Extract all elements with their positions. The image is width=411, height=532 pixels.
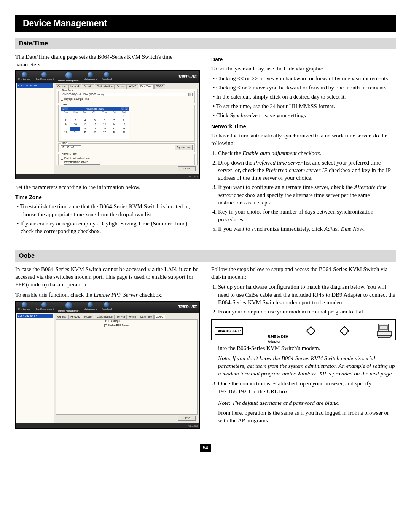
fieldset-timezone: Time Zone (GMT-06:00)CentralTime(US/Cana… <box>58 91 195 103</box>
ss-nav: Port Access User Management Device Manag… <box>18 302 112 312</box>
oobc-p3: From here, operation is the same as if y… <box>218 409 396 425</box>
tab-general[interactable]: General <box>56 84 68 89</box>
ss-main: General Network Security Customization S… <box>54 83 199 174</box>
dst-checkbox-row[interactable]: Daylight Savings Time <box>61 97 193 101</box>
checkbox-icon[interactable] <box>61 98 63 101</box>
nav-maintenance[interactable]: Maintenance <box>84 72 97 82</box>
tab-network[interactable]: Network <box>68 84 81 89</box>
tab-customization[interactable]: Customization <box>95 315 114 319</box>
ss-nav: Port Access User Management Device Manag… <box>18 72 112 82</box>
tab-service[interactable]: Service <box>115 84 127 89</box>
section-heading-oobc: Oobc <box>15 250 396 262</box>
nav-user-management[interactable]: User Management <box>35 72 54 82</box>
oobc-right-intro: Follow the steps below to setup and acce… <box>211 265 396 281</box>
oobc-note1: Note: If you don't know the B064-Series … <box>218 355 396 378</box>
cal-next-year-button[interactable]: » <box>125 107 128 110</box>
connection-diagram: B064-032-04-IP RJ45 to DB9 Adapter <box>211 319 396 340</box>
nav-download[interactable]: Download <box>101 72 112 82</box>
oobc-note2: Note: The default username and password … <box>218 399 396 407</box>
tree-device-node[interactable]: B064-032-04-IP <box>17 83 53 88</box>
datetime-columns: The Date/Time dialog page sets the B064-… <box>15 53 396 239</box>
oobc-steps-cont: Once the connection is established, open… <box>211 380 396 395</box>
close-button[interactable]: Close <box>178 416 196 421</box>
globe-icon <box>65 302 72 309</box>
oobc-p2: To enable this function, check the Enabl… <box>15 291 200 299</box>
oobc-p1: In case the B064-Series KVM Switch canno… <box>15 265 200 289</box>
network-time-steps: Check the Enable auto adjustment checkbo… <box>211 149 396 233</box>
date-heading: Date <box>211 56 396 63</box>
nav-device-management[interactable]: Device Management <box>58 302 79 312</box>
globe-icon <box>22 302 27 307</box>
datetime-right-col: Date To set the year and day, use the Ca… <box>211 53 396 239</box>
nav-maintenance[interactable]: Maintenance <box>84 302 97 312</box>
tab-datetime[interactable]: Date/Time <box>139 84 154 89</box>
diagram-device-box: B064-032-04-IP <box>215 327 243 335</box>
timezone-dropdown[interactable]: (GMT-06:00)CentralTime(US/Canada) ▾ <box>61 93 193 96</box>
calendar-selected-day[interactable]: 17 <box>70 127 80 131</box>
oobc-screenshot: Port Access User Management Device Manag… <box>15 301 200 429</box>
oobc-left-col: In case the B064-Series KVM Switch canno… <box>15 265 200 433</box>
svg-marker-3 <box>377 335 392 338</box>
tab-security[interactable]: Security <box>82 315 94 319</box>
tab-anms[interactable]: ANMS <box>127 315 138 319</box>
nav-device-management[interactable]: Device Management <box>58 72 79 82</box>
globe-icon <box>88 302 93 307</box>
tab-oobc[interactable]: OOBC <box>154 84 165 89</box>
tab-datetime[interactable]: Date/Time <box>139 315 154 319</box>
network-time-heading: Network Time <box>211 123 396 130</box>
nav-download[interactable]: Download <box>101 302 112 312</box>
page-number: 54 <box>200 444 211 452</box>
tab-customization[interactable]: Customization <box>95 84 114 89</box>
tab-general[interactable]: General <box>56 315 68 319</box>
legend-time: Time <box>61 142 68 145</box>
section-heading-datetime: Date/Time <box>15 38 396 49</box>
enable-auto-checkbox[interactable]: Enable auto adjustment <box>61 157 193 160</box>
tree-device-node[interactable]: B064-032-04-IP <box>17 314 53 318</box>
globe-icon <box>41 302 47 307</box>
ss-tabs: General Network Security Customization S… <box>56 84 198 89</box>
ss-toolbar: Port Access User Management Device Manag… <box>16 302 199 313</box>
globe-icon <box>88 72 93 77</box>
legend-ppp: PPP Settings <box>105 320 121 323</box>
nav-port-access[interactable]: Port Access <box>18 302 30 312</box>
calendar-title: November, 2008 <box>86 107 104 111</box>
cal-next-month-button[interactable]: › <box>121 107 124 110</box>
nav-user-management[interactable]: User Management <box>35 302 54 312</box>
ss-tabs: General Network Security Customization S… <box>56 315 198 319</box>
tab-security[interactable]: Security <box>82 84 94 89</box>
cal-prev-year-button[interactable]: « <box>62 107 65 110</box>
page-title-bar: Device Management <box>15 15 396 32</box>
svg-rect-2 <box>377 332 392 335</box>
checkbox-icon[interactable] <box>61 157 63 160</box>
ss-sidebar: B064-032-04-IP <box>16 83 54 174</box>
close-button[interactable]: Close <box>178 166 196 171</box>
nav-port-access[interactable]: Port Access <box>18 72 30 82</box>
status-bar: V1.0.063 <box>16 423 199 428</box>
checkbox-icon[interactable] <box>104 324 107 327</box>
tab-network[interactable]: Network <box>68 315 81 319</box>
calendar[interactable]: « ‹ November, 2008 › » <box>61 107 129 139</box>
svg-rect-1 <box>380 325 387 330</box>
diagram-modem-icon <box>340 326 349 336</box>
enable-ppp-checkbox[interactable]: Enable PPP Server <box>104 324 149 328</box>
globe-icon <box>104 72 109 77</box>
datetime-left-col: The Date/Time dialog page sets the B064-… <box>15 53 200 239</box>
tab-oobc[interactable]: OOBC <box>154 315 165 319</box>
ss-sidebar: B064-032-04-IP <box>16 313 54 423</box>
tab-anms[interactable]: ANMS <box>127 84 138 89</box>
tab-service[interactable]: Service <box>115 315 127 319</box>
datetime-after-shot: Set the parameters according to the info… <box>15 183 200 191</box>
diagram-adapter-label: RJ45 to DB9 Adapter <box>268 334 288 343</box>
synchronize-button[interactable]: Synchronize <box>175 145 193 150</box>
time-input[interactable]: 15 : 52 : 40 <box>61 145 81 149</box>
calendar-grid[interactable]: 1 2345678 9101112131415 16171819202122 2… <box>61 114 129 139</box>
globe-icon <box>104 302 109 307</box>
ss-main: General Network Security Customization S… <box>54 313 199 423</box>
tripplite-logo: TRIPP·LITE <box>178 305 197 310</box>
status-bar: V1.0.063 <box>16 174 199 179</box>
oobc-after-diagram: into the B064-Series KVM Switch's modem. <box>218 344 396 352</box>
cal-prev-month-button[interactable]: ‹ <box>65 107 68 110</box>
page-title: Device Management <box>23 18 107 28</box>
chevron-down-icon: ▾ <box>188 93 191 96</box>
globe-icon <box>22 72 27 77</box>
